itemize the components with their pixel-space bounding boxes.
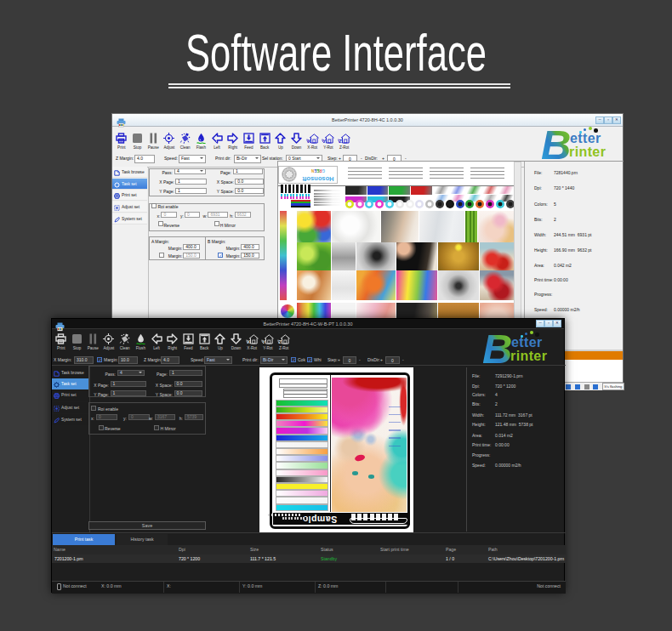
svg-text:X: X	[247, 338, 250, 344]
svg-text:Y: Y	[323, 138, 327, 143]
svg-text:X: X	[307, 138, 310, 143]
svg-text:B: B	[483, 331, 512, 367]
svg-text:Y: Y	[263, 338, 266, 344]
svg-text:B: B	[542, 127, 571, 162]
